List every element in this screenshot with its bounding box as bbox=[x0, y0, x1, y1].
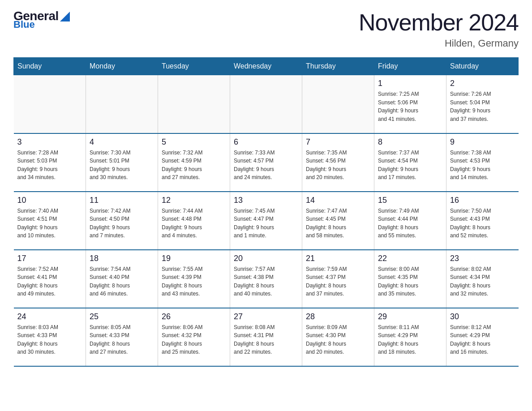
day-info: Sunrise: 7:45 AM Sunset: 4:47 PM Dayligh… bbox=[234, 207, 298, 240]
calendar-day-cell: 20Sunrise: 7:57 AM Sunset: 4:38 PM Dayli… bbox=[230, 250, 302, 308]
weekday-header-tuesday: Tuesday bbox=[158, 58, 230, 75]
day-info: Sunrise: 8:03 AM Sunset: 4:33 PM Dayligh… bbox=[17, 323, 82, 356]
day-number: 15 bbox=[378, 196, 442, 205]
calendar-day-cell: 19Sunrise: 7:55 AM Sunset: 4:39 PM Dayli… bbox=[158, 250, 230, 308]
calendar-subtitle: Hilden, Germany bbox=[359, 38, 519, 49]
day-info: Sunrise: 7:52 AM Sunset: 4:41 PM Dayligh… bbox=[17, 265, 82, 298]
calendar-title: November 2024 bbox=[359, 9, 519, 36]
day-number: 24 bbox=[17, 312, 82, 321]
calendar-day-cell: 23Sunrise: 8:02 AM Sunset: 4:34 PM Dayli… bbox=[446, 250, 519, 308]
day-number: 30 bbox=[450, 312, 515, 321]
calendar-day-cell: 8Sunrise: 7:37 AM Sunset: 4:54 PM Daylig… bbox=[374, 133, 446, 192]
day-number: 27 bbox=[234, 312, 298, 321]
calendar-table: SundayMondayTuesdayWednesdayThursdayFrid… bbox=[13, 57, 519, 367]
calendar-day-cell: 24Sunrise: 8:03 AM Sunset: 4:33 PM Dayli… bbox=[14, 308, 86, 366]
day-info: Sunrise: 7:35 AM Sunset: 4:56 PM Dayligh… bbox=[306, 149, 370, 182]
logo-triangle-icon bbox=[60, 12, 70, 21]
day-info: Sunrise: 7:54 AM Sunset: 4:40 PM Dayligh… bbox=[90, 265, 154, 298]
day-number: 4 bbox=[90, 137, 154, 147]
day-info: Sunrise: 7:28 AM Sunset: 5:03 PM Dayligh… bbox=[17, 149, 82, 182]
day-info: Sunrise: 7:47 AM Sunset: 4:45 PM Dayligh… bbox=[306, 207, 370, 240]
day-info: Sunrise: 8:11 AM Sunset: 4:29 PM Dayligh… bbox=[378, 323, 442, 356]
day-info: Sunrise: 7:37 AM Sunset: 4:54 PM Dayligh… bbox=[378, 149, 442, 182]
day-number: 21 bbox=[306, 254, 370, 263]
weekday-header-friday: Friday bbox=[374, 58, 446, 75]
day-number: 7 bbox=[306, 137, 370, 147]
day-number: 14 bbox=[306, 196, 370, 205]
weekday-header-monday: Monday bbox=[86, 58, 158, 75]
day-info: Sunrise: 7:49 AM Sunset: 4:44 PM Dayligh… bbox=[378, 207, 442, 240]
day-number: 3 bbox=[17, 137, 82, 147]
calendar-day-cell: 25Sunrise: 8:05 AM Sunset: 4:33 PM Dayli… bbox=[86, 308, 158, 366]
calendar-day-cell: 22Sunrise: 8:00 AM Sunset: 4:35 PM Dayli… bbox=[374, 250, 446, 308]
day-number: 13 bbox=[234, 196, 298, 205]
calendar-day-cell: 26Sunrise: 8:06 AM Sunset: 4:32 PM Dayli… bbox=[158, 308, 230, 366]
calendar-day-cell: 9Sunrise: 7:38 AM Sunset: 4:53 PM Daylig… bbox=[446, 133, 519, 192]
weekday-header-saturday: Saturday bbox=[446, 58, 519, 75]
calendar-week-row: 24Sunrise: 8:03 AM Sunset: 4:33 PM Dayli… bbox=[14, 308, 519, 366]
calendar-day-cell: 17Sunrise: 7:52 AM Sunset: 4:41 PM Dayli… bbox=[14, 250, 86, 308]
calendar-day-cell: 14Sunrise: 7:47 AM Sunset: 4:45 PM Dayli… bbox=[302, 192, 374, 250]
day-info: Sunrise: 7:55 AM Sunset: 4:39 PM Dayligh… bbox=[162, 265, 226, 298]
day-number: 12 bbox=[162, 196, 226, 205]
calendar-day-cell: 12Sunrise: 7:44 AM Sunset: 4:48 PM Dayli… bbox=[158, 192, 230, 250]
calendar-day-cell bbox=[158, 75, 230, 133]
calendar-day-cell: 5Sunrise: 7:32 AM Sunset: 4:59 PM Daylig… bbox=[158, 133, 230, 192]
day-info: Sunrise: 8:08 AM Sunset: 4:31 PM Dayligh… bbox=[234, 323, 298, 356]
calendar-week-row: 3Sunrise: 7:28 AM Sunset: 5:03 PM Daylig… bbox=[14, 133, 519, 192]
day-number: 18 bbox=[90, 254, 154, 263]
calendar-day-cell: 10Sunrise: 7:40 AM Sunset: 4:51 PM Dayli… bbox=[14, 192, 86, 250]
day-info: Sunrise: 7:44 AM Sunset: 4:48 PM Dayligh… bbox=[162, 207, 226, 240]
calendar-day-cell: 4Sunrise: 7:30 AM Sunset: 5:01 PM Daylig… bbox=[86, 133, 158, 192]
day-info: Sunrise: 8:05 AM Sunset: 4:33 PM Dayligh… bbox=[90, 323, 154, 356]
title-section: November 2024 Hilden, Germany bbox=[359, 9, 519, 49]
day-info: Sunrise: 7:40 AM Sunset: 4:51 PM Dayligh… bbox=[17, 207, 82, 240]
calendar-day-cell bbox=[14, 75, 86, 133]
calendar-day-cell: 1Sunrise: 7:25 AM Sunset: 5:06 PM Daylig… bbox=[374, 75, 446, 133]
header: General Blue November 2024 Hilden, Germa… bbox=[13, 9, 519, 49]
calendar-week-row: 17Sunrise: 7:52 AM Sunset: 4:41 PM Dayli… bbox=[14, 250, 519, 308]
calendar-day-cell bbox=[230, 75, 302, 133]
calendar-day-cell: 13Sunrise: 7:45 AM Sunset: 4:47 PM Dayli… bbox=[230, 192, 302, 250]
weekday-header-sunday: Sunday bbox=[14, 58, 86, 75]
logo-blue-text: Blue bbox=[13, 19, 35, 30]
day-number: 20 bbox=[234, 254, 298, 263]
calendar-header: SundayMondayTuesdayWednesdayThursdayFrid… bbox=[14, 58, 519, 75]
day-number: 16 bbox=[450, 196, 515, 205]
day-info: Sunrise: 8:00 AM Sunset: 4:35 PM Dayligh… bbox=[378, 265, 442, 298]
calendar-day-cell: 15Sunrise: 7:49 AM Sunset: 4:44 PM Dayli… bbox=[374, 192, 446, 250]
calendar-day-cell: 2Sunrise: 7:26 AM Sunset: 5:04 PM Daylig… bbox=[446, 75, 519, 133]
day-number: 5 bbox=[162, 137, 226, 147]
day-info: Sunrise: 7:33 AM Sunset: 4:57 PM Dayligh… bbox=[234, 149, 298, 182]
weekday-header-wednesday: Wednesday bbox=[230, 58, 302, 75]
day-info: Sunrise: 7:26 AM Sunset: 5:04 PM Dayligh… bbox=[450, 90, 515, 123]
calendar-day-cell: 28Sunrise: 8:09 AM Sunset: 4:30 PM Dayli… bbox=[302, 308, 374, 366]
day-info: Sunrise: 7:38 AM Sunset: 4:53 PM Dayligh… bbox=[450, 149, 515, 182]
day-info: Sunrise: 7:50 AM Sunset: 4:43 PM Dayligh… bbox=[450, 207, 515, 240]
day-info: Sunrise: 7:42 AM Sunset: 4:50 PM Dayligh… bbox=[90, 207, 154, 240]
calendar-day-cell: 16Sunrise: 7:50 AM Sunset: 4:43 PM Dayli… bbox=[446, 192, 519, 250]
svg-marker-0 bbox=[60, 12, 70, 21]
calendar-day-cell: 27Sunrise: 8:08 AM Sunset: 4:31 PM Dayli… bbox=[230, 308, 302, 366]
day-number: 9 bbox=[450, 137, 515, 147]
calendar-day-cell bbox=[302, 75, 374, 133]
day-info: Sunrise: 7:30 AM Sunset: 5:01 PM Dayligh… bbox=[90, 149, 154, 182]
day-number: 11 bbox=[90, 196, 154, 205]
day-info: Sunrise: 8:02 AM Sunset: 4:34 PM Dayligh… bbox=[450, 265, 515, 298]
day-number: 23 bbox=[450, 254, 515, 263]
day-info: Sunrise: 8:06 AM Sunset: 4:32 PM Dayligh… bbox=[162, 323, 226, 356]
weekday-header-thursday: Thursday bbox=[302, 58, 374, 75]
calendar-day-cell: 30Sunrise: 8:12 AM Sunset: 4:29 PM Dayli… bbox=[446, 308, 519, 366]
calendar-day-cell: 29Sunrise: 8:11 AM Sunset: 4:29 PM Dayli… bbox=[374, 308, 446, 366]
day-number: 2 bbox=[450, 79, 515, 88]
day-number: 19 bbox=[162, 254, 226, 263]
day-info: Sunrise: 8:12 AM Sunset: 4:29 PM Dayligh… bbox=[450, 323, 515, 356]
day-number: 6 bbox=[234, 137, 298, 147]
calendar-day-cell: 6Sunrise: 7:33 AM Sunset: 4:57 PM Daylig… bbox=[230, 133, 302, 192]
day-info: Sunrise: 7:25 AM Sunset: 5:06 PM Dayligh… bbox=[378, 90, 442, 123]
day-number: 8 bbox=[378, 137, 442, 147]
day-number: 25 bbox=[90, 312, 154, 321]
calendar-day-cell: 11Sunrise: 7:42 AM Sunset: 4:50 PM Dayli… bbox=[86, 192, 158, 250]
calendar-body: 1Sunrise: 7:25 AM Sunset: 5:06 PM Daylig… bbox=[14, 75, 519, 366]
day-info: Sunrise: 7:32 AM Sunset: 4:59 PM Dayligh… bbox=[162, 149, 226, 182]
